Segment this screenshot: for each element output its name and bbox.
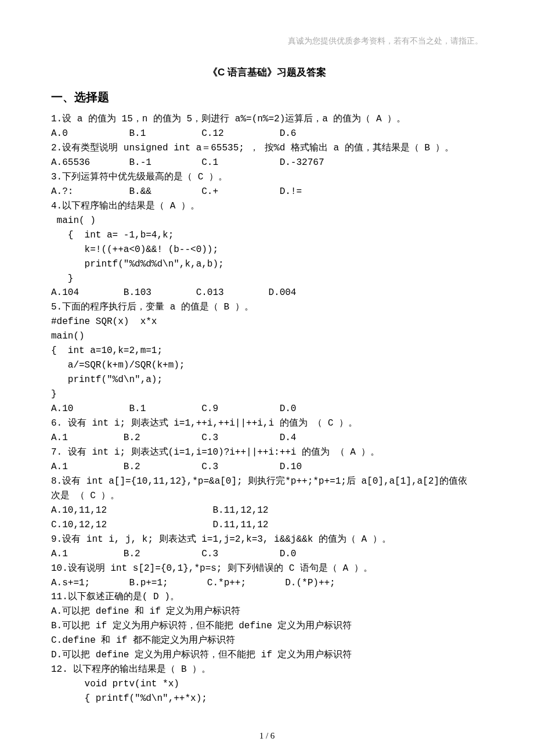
text-line: 2.设有类型说明 unsigned int a＝65535; ， 按%d 格式输… (51, 141, 483, 156)
body-text: 1.设 a 的值为 15，n 的值为 5，则进行 a%=(n%=2)运算后，a … (51, 112, 483, 706)
text-line: A.可以把 define 和 if 定义为用户标识符 (51, 604, 483, 619)
text-line: 9.设有 int i, j, k; 则表达式 i=1,j=2,k=3, i&&j… (51, 532, 483, 547)
text-line: A.s+=1; B.p+=1; C.*p++; D.(*P)++; (51, 576, 483, 591)
text-line: 10.设有说明 int s[2]={0,1},*p=s; 则下列错误的 C 语句… (51, 561, 483, 576)
page-number: 1 / 6 (51, 729, 483, 743)
document-title: 《C 语言基础》习题及答案 (51, 65, 483, 80)
text-line: { int a= -1,b=4,k; (51, 228, 483, 243)
text-line: 12. 以下程序的输出结果是（ B ）。 (51, 663, 483, 677)
text-line: main() (51, 329, 483, 344)
text-line: printf("%d%d%d\n",k,a,b); (51, 257, 483, 272)
text-line: C.define 和 if 都不能定义为用户标识符 (51, 633, 483, 648)
text-line: void prtv(int *x) (51, 677, 483, 692)
text-line: main( ) (51, 214, 483, 228)
text-line: 11.以下叙述正确的是( D )。 (51, 590, 483, 604)
text-line: 8.设有 int a[]={10,11,12},*p=&a[0]; 则执行完*p… (51, 474, 483, 489)
text-line: { printf("%d\n",++*x); (51, 692, 483, 706)
text-line: 3.下列运算符中优先级最高的是（ C ）。 (51, 170, 483, 185)
text-line: D.可以把 define 定义为用户标识符，但不能把 if 定义为用户标识符 (51, 648, 483, 663)
page-content: 真诚为您提供优质参考资料，若有不当之处，请指正。 《C 语言基础》习题及答案 一… (0, 0, 534, 756)
text-line: 次是 （ C ）。 (51, 489, 483, 503)
text-line: A.0 B.1 C.12 D.6 (51, 127, 483, 141)
text-line: 6. 设有 int i; 则表达式 i=1,++i,++i||++i,i 的值为… (51, 416, 483, 431)
text-line: A.65536 B.-1 C.1 D.-32767 (51, 156, 483, 170)
text-line: #define SQR(x) x*x (51, 315, 483, 329)
text-line: printf("%d\n",a); (51, 373, 483, 387)
text-line: k=!((++a<0)&&! (b--<0)); (51, 243, 483, 257)
text-line: A.104 B.103 C.013 D.004 (51, 286, 483, 300)
text-line: 4.以下程序输出的结果是（ A ）。 (51, 199, 483, 214)
text-line: } (51, 387, 483, 402)
text-line: A.10 B.1 C.9 D.0 (51, 402, 483, 416)
section-heading: 一、选择题 (51, 88, 483, 106)
text-line: A.1 B.2 C.3 D.10 (51, 460, 483, 474)
text-line: 5.下面的程序执行后，变量 a 的值是（ B ）。 (51, 300, 483, 315)
header-note: 真诚为您提供优质参考资料，若有不当之处，请指正。 (51, 35, 483, 48)
text-line: B.可以把 if 定义为用户标识符，但不能把 define 定义为用户标识符 (51, 619, 483, 633)
text-line: C.10,12,12 D.11,11,12 (51, 518, 483, 532)
text-line: A.1 B.2 C.3 D.4 (51, 431, 483, 445)
text-line: a/=SQR(k+m)/SQR(k+m); (51, 358, 483, 373)
text-line: } (51, 272, 483, 286)
text-line: A.1 B.2 C.3 D.0 (51, 547, 483, 561)
text-line: A.?: B.&& C.+ D.!= (51, 185, 483, 199)
text-line: 1.设 a 的值为 15，n 的值为 5，则进行 a%=(n%=2)运算后，a … (51, 112, 483, 127)
text-line: { int a=10,k=2,m=1; (51, 344, 483, 358)
text-line: 7. 设有 int i; 则表达式(i=1,i=10)?i++||++i:++i… (51, 445, 483, 460)
text-line: A.10,11,12 B.11,12,12 (51, 503, 483, 518)
